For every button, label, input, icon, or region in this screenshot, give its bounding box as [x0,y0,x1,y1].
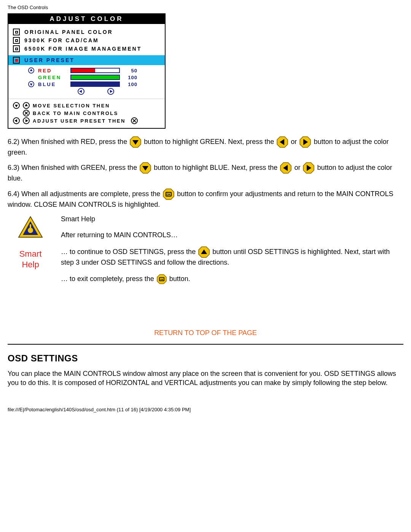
down-button-icon [140,162,151,174]
left-button-icon [277,136,288,148]
osd-option: 9300K FOR CAD/CAM [13,36,160,45]
down-button-icon [130,136,141,148]
square-icon [13,29,20,35]
user-preset-row: USER PRESET [8,55,165,65]
step-6-2: 6.2) When finished with RED, press the b… [8,136,403,157]
slider-value: 50 [124,68,137,73]
smart-help-label: Smart Help [8,249,53,270]
smart-help-p2: … to exit completely, press the button. [61,274,403,284]
close-icon [23,110,30,117]
text: Help [22,260,39,269]
arrow-right-icon [107,88,114,95]
square-icon [13,45,20,52]
slider-value: 100 [124,75,137,80]
arrow-down-icon [28,81,34,87]
square-icon [13,37,20,44]
smart-help-p1: … to continue to OSD SETTINGS, press the… [61,246,403,267]
text: button to highlight BLUE. Next, press th… [154,164,279,171]
right-button-icon [303,162,314,174]
osd-title: ADJUST COLOR [8,14,165,24]
close-icon [131,117,138,124]
arrow-down-icon [13,102,20,109]
hint-text: ADJUST USER PRESET THEN [33,118,126,124]
divider [8,344,403,345]
preset-row-green: GREEN 100 [28,74,160,80]
text: or [294,164,302,171]
ok-button-icon [157,274,167,284]
osd-settings-heading: OSD SETTINGS [8,353,403,364]
osd-settings-body: You can place the MAIN CONTROLS window a… [8,369,403,388]
hint-text: MOVE SELECTION THEN [33,103,110,109]
option-label: ORIGINAL PANEL COLOR [24,29,113,35]
warning-icon [17,214,44,241]
preset-row-red: RED 50 [28,67,160,73]
hint-back: BACK TO MAIN CONTROLS [13,110,160,117]
svg-rect-27 [30,224,31,229]
option-label: 9300K FOR CAD/CAM [24,37,99,43]
step-6-4: 6.4) When all adjustments are complete, … [8,189,403,209]
preset-label: BLUE [38,81,67,87]
user-preset-label: USER PRESET [24,57,75,63]
arrow-right-icon [23,117,30,124]
text: 6.4) When all adjustments are complete, … [8,190,162,197]
text: 6.3) When finished with GREEN, press the [8,164,139,171]
footer-path: file:///E|/Potomac/english/140S/osd/osd_… [8,407,403,412]
smart-help-after: After returning to MAIN CONTROLS… [61,230,403,240]
hint-adjust: ADJUST USER PRESET THEN [13,117,160,124]
arrow-left-icon [78,88,84,95]
smart-help-block: Smart Help Smart Help After returning to… [8,214,403,291]
text: button to highlight GREEN. Next, press t… [144,138,276,145]
ok-button-icon [163,189,174,200]
text: 6.2) When finished with RED, press the [8,138,129,145]
slider-red [70,68,120,73]
osd-option: 6500K FOR IMAGE MANAGEMENT [13,45,160,53]
step-6-3: 6.3) When finished with GREEN, press the… [8,162,403,183]
text: Smart [19,249,42,259]
page-header: The OSD Controls [8,5,403,10]
text: … to continue to OSD SETTINGS, press the [61,248,198,256]
slider-blue [70,81,120,87]
osd-option: ORIGINAL PANEL COLOR [13,28,160,36]
square-icon-selected [13,57,20,64]
arrow-left-icon [13,117,20,124]
hint-text: BACK TO MAIN CONTROLS [33,110,118,116]
text: button. [169,275,190,283]
text: or [291,138,299,145]
text: … to exit completely, press the [61,275,156,283]
slider-green [70,75,120,80]
preset-label: RED [38,68,67,73]
osd-panel: ADJUST COLOR ORIGINAL PANEL COLOR 9300K … [8,13,166,129]
hint-move: MOVE SELECTION THEN [13,102,160,109]
slider-value: 100 [124,81,137,87]
preset-row-blue: BLUE 100 [28,81,160,87]
smart-help-heading: Smart Help [61,214,403,224]
up-button-icon [198,246,210,258]
arrow-up-icon [28,67,34,73]
preset-label: GREEN [38,75,67,80]
return-to-top-link[interactable]: RETURN TO TOP OF THE PAGE [8,329,403,337]
option-label: 6500K FOR IMAGE MANAGEMENT [24,46,142,52]
right-button-icon [299,136,311,148]
arrow-up-icon [23,102,30,109]
left-button-icon [280,162,292,174]
